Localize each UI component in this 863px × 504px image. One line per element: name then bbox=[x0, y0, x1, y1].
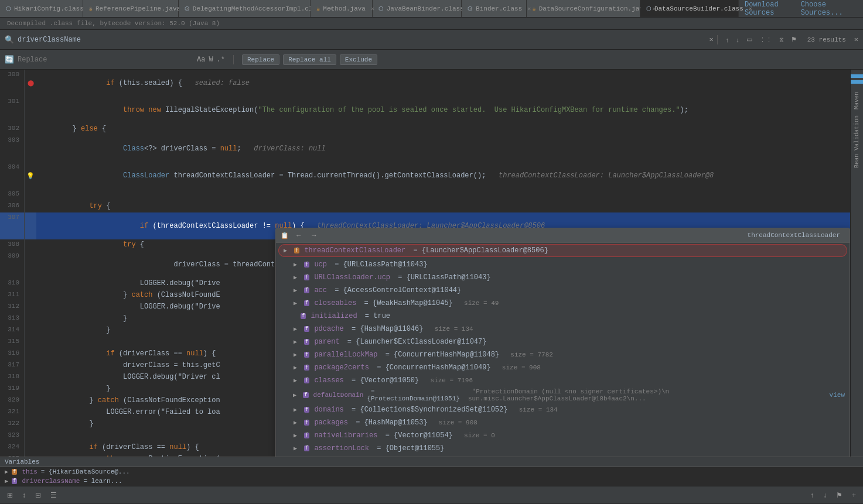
list-button[interactable]: ☰ bbox=[48, 490, 59, 500]
expand-icon[interactable]: ▶ bbox=[294, 325, 301, 332]
bean-validation-label[interactable]: Bean Validation bbox=[852, 113, 861, 170]
tab-close[interactable]: ✕ bbox=[749, 5, 752, 12]
debugger-row-defaultassertionsstatus[interactable]: f defaultAssertionStatus = false bbox=[276, 455, 850, 457]
expand-icon[interactable]: ▶ bbox=[5, 468, 8, 475]
debugger-row-initialized[interactable]: f initialized = true bbox=[276, 310, 850, 323]
replace-all-button[interactable]: Replace all bbox=[283, 54, 336, 65]
expand-icon[interactable]: ▶ bbox=[294, 338, 301, 345]
code-line-304: 304 💡 ClassLoader threadContextClassLoad… bbox=[0, 162, 850, 189]
clear-search-button[interactable]: ✕ bbox=[709, 35, 714, 44]
table-button[interactable]: ⊟ bbox=[33, 490, 43, 500]
tab-close[interactable]: ✕ bbox=[89, 5, 93, 12]
sort-button[interactable]: ↕ bbox=[20, 490, 28, 500]
aa-icon: Aa bbox=[197, 56, 205, 64]
expand-icon[interactable]: ▶ bbox=[294, 364, 301, 371]
tab-javabeanbinder[interactable]: ⬡ JavaBeanBinder.class ✕ bbox=[373, 0, 462, 18]
debugger-row-urlclassloader[interactable]: ▶ f URLClassLoader.ucp = {URLClassPath@1… bbox=[276, 271, 850, 284]
tab-label: DelegatingMethodAccessorImpl.class bbox=[193, 5, 324, 12]
debugger-forward-button[interactable]: → bbox=[309, 231, 319, 240]
structure-button[interactable]: ⊞ bbox=[5, 490, 15, 500]
replace-icon: 🔄 bbox=[5, 55, 14, 64]
tab-label: HikariConfig.class bbox=[14, 5, 84, 12]
debugger-row-package2certs[interactable]: ▶ f package2certs = {ConcurrentHashMap@1… bbox=[276, 361, 850, 374]
debugger-row-classes[interactable]: ▶ f classes = {Vector@11050} size = 7196 bbox=[276, 374, 850, 387]
tab-close[interactable]: ✕ bbox=[329, 5, 333, 12]
close-search-button[interactable]: ✕ bbox=[854, 35, 858, 44]
debugger-header: 📋 ← → threadContextClassLoader bbox=[276, 228, 850, 243]
expand-icon[interactable]: ▶ bbox=[284, 247, 291, 254]
options-button[interactable]: ⧖ bbox=[777, 35, 786, 44]
nav-up-button[interactable]: ↑ bbox=[808, 490, 816, 500]
debugger-popup: 📋 ← → threadContextClassLoader ▶ f threa… bbox=[275, 228, 850, 457]
debugger-back-button[interactable]: ← bbox=[294, 231, 304, 240]
tab-close[interactable]: ✕ bbox=[527, 5, 531, 12]
expand-button[interactable]: ▭ bbox=[744, 35, 755, 44]
choose-sources-link[interactable]: Choose Sources... bbox=[801, 1, 857, 17]
debugger-highlighted-row[interactable]: ▶ f threadContextClassLoader = {Launcher… bbox=[278, 244, 847, 257]
tab-hikarconfig[interactable]: ⬡ HikariConfig.class ✕ bbox=[0, 0, 83, 18]
expand-icon[interactable]: ▶ bbox=[294, 351, 301, 358]
debugger-row-defaultdomain[interactable]: ▶ f defaultDomain = {ProtectionDomain@11… bbox=[276, 387, 850, 403]
variables-row-driverclassname: ▶ f driverClassName = learn... bbox=[0, 476, 863, 486]
prev-result-button[interactable]: ↑ bbox=[724, 35, 732, 44]
tab-delegating[interactable]: ⬡ DelegatingMethodAccessorImpl.class ✕ bbox=[179, 0, 311, 18]
expand-icon[interactable]: ▶ bbox=[294, 432, 301, 439]
expand-icon[interactable]: ▶ bbox=[294, 300, 301, 307]
tab-close[interactable]: ✕ bbox=[469, 5, 473, 12]
multiline-button[interactable]: ⋮⋮ bbox=[757, 35, 775, 44]
exclude-button[interactable]: Exclude bbox=[340, 54, 377, 65]
debugger-row-pdcache[interactable]: ▶ f pdcache = {HashMap@11046} size = 134 bbox=[276, 323, 850, 335]
tab-referencepipeline[interactable]: ☕ ReferencePipeline.java ✕ bbox=[83, 0, 179, 18]
debugger-row-closeables[interactable]: ▶ f closeables = {WeakHashMap@11045} siz… bbox=[276, 297, 850, 310]
expand-icon[interactable]: ▶ bbox=[294, 419, 301, 426]
variables-row-this: ▶ f this = {HikariDataSource@... bbox=[0, 467, 863, 476]
tab-method[interactable]: ☕ Method.java ✕ bbox=[311, 0, 372, 18]
debugger-row-ucp[interactable]: ▶ f ucp = {URLClassPath@11043} bbox=[276, 258, 850, 271]
maven-panel-label[interactable]: Maven bbox=[852, 90, 861, 112]
expand-icon[interactable]: ▶ bbox=[294, 261, 301, 268]
expand-icon[interactable]: ▶ bbox=[294, 377, 301, 384]
tab-close[interactable]: ✕ bbox=[371, 5, 374, 12]
debugger-title: threadContextClassLoader bbox=[324, 232, 845, 239]
tab-datasourceconfig[interactable]: ☕ DataSourceConfiguration.java ✕ bbox=[527, 0, 640, 18]
replace-input[interactable] bbox=[18, 56, 193, 64]
find-replace-bar: 🔄 Aa W .* Replace Replace all Exclude bbox=[0, 50, 863, 70]
expand-icon[interactable]: ▶ bbox=[294, 406, 301, 413]
debugger-row-domains[interactable]: ▶ f domains = {Collections$SynchronizedS… bbox=[276, 403, 850, 416]
search-actions: ↑ ↓ ▭ ⋮⋮ ⧖ ⚑ bbox=[724, 35, 799, 44]
search-input[interactable] bbox=[18, 36, 706, 44]
expand-icon[interactable]: ▶ bbox=[293, 392, 299, 399]
view-link[interactable]: View bbox=[830, 392, 845, 399]
add-button[interactable]: + bbox=[850, 490, 858, 500]
tab-close[interactable]: ✕ bbox=[653, 5, 656, 12]
decompile-notice-bar: Decompiled .class file, bytecode version… bbox=[0, 18, 863, 30]
code-line-305: 305 bbox=[0, 189, 850, 201]
debugger-row-assertionlock[interactable]: ▶ f assertionLock = {Object@11055} bbox=[276, 442, 850, 455]
class-icon: ⬡ bbox=[646, 5, 651, 13]
tab-label: DataSourceConfiguration.java bbox=[539, 5, 647, 12]
debugger-row-parallellockmap[interactable]: ▶ f parallelLockMap = {ConcurrentHashMap… bbox=[276, 348, 850, 361]
debugger-row-nativelibraries[interactable]: ▶ f nativeLibraries = {Vector@11054} siz… bbox=[276, 429, 850, 442]
breakpoint-icon: ⬤ bbox=[28, 80, 34, 87]
expand-icon[interactable]: ▶ bbox=[294, 287, 301, 294]
expand-icon[interactable]: ▶ bbox=[294, 274, 301, 281]
decompile-notice-text: Decompiled .class file, bytecode version… bbox=[7, 20, 220, 27]
class-icon: ⬡ bbox=[378, 5, 384, 13]
debugger-row-packages[interactable]: ▶ f packages = {HashMap@11053} size = 90… bbox=[276, 416, 850, 429]
tab-label: Binder.class bbox=[476, 5, 522, 12]
search-icon: 🔍 bbox=[5, 35, 14, 44]
tab-bar: ⬡ HikariConfig.class ✕ ☕ ReferencePipeli… bbox=[0, 0, 863, 18]
tab-close[interactable]: ✕ bbox=[186, 5, 189, 12]
nav-down-button[interactable]: ↓ bbox=[821, 490, 829, 500]
code-editor: 300 ⬤ if (this.sealed) { sealed: false 3… bbox=[0, 70, 850, 457]
variables-title: Variables bbox=[5, 458, 39, 465]
debugger-row-acc[interactable]: ▶ f acc = {AccessControlContext@11044} bbox=[276, 284, 850, 297]
filter-button[interactable]: ⚑ bbox=[789, 35, 799, 44]
download-sources-link[interactable]: Download Sources bbox=[745, 1, 798, 17]
replace-button[interactable]: Replace bbox=[242, 54, 279, 65]
expand-icon[interactable]: ▶ bbox=[294, 445, 301, 452]
debugger-row-parent[interactable]: ▶ f parent = {Launcher$ExtClassLoader@11… bbox=[276, 335, 850, 348]
expand-icon[interactable]: ▶ bbox=[5, 478, 8, 485]
filter-button2[interactable]: ⚑ bbox=[834, 490, 845, 500]
next-result-button[interactable]: ↓ bbox=[734, 35, 742, 44]
